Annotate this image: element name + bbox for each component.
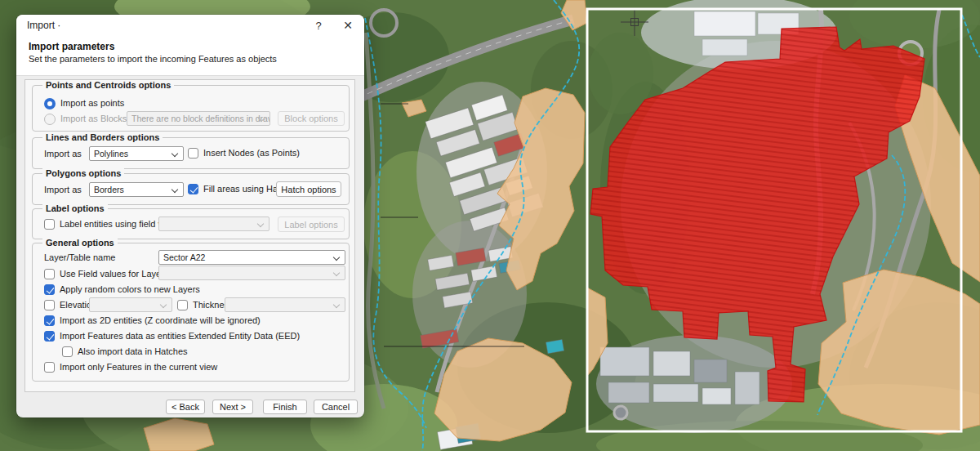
elevation-checkbox[interactable] (44, 300, 55, 310)
close-icon[interactable]: ✕ (336, 17, 359, 33)
next-button[interactable]: Next > (212, 400, 253, 414)
group-title: Polygons options (42, 168, 124, 178)
radio-import-as-points-label: Import as points (60, 96, 124, 110)
app-window: Import · ? ✕ Import parameters Set the p… (0, 0, 980, 451)
group-title: Points and Centroids options (42, 80, 174, 90)
blocks-combo: There are no block definitions in drawin… (127, 111, 270, 126)
block-options-button: Block options (278, 111, 345, 126)
label-field-combo (158, 217, 270, 231)
random-colors-label: Apply random colors to new Layers (60, 283, 200, 297)
header-title: Import parameters (29, 41, 114, 52)
group-general: General options Layer/Table name Sector … (32, 243, 350, 382)
header-divider (16, 75, 364, 76)
use-field-values-checkbox[interactable] (44, 269, 55, 279)
current-view-label: Import only Features in the current view (60, 360, 217, 374)
cancel-button[interactable]: Cancel (314, 400, 358, 414)
group-title: Lines and Borders options (42, 132, 163, 142)
insert-nodes-label: Insert Nodes (as Points) (203, 146, 300, 160)
group-label: Label options Label entities using field… (32, 208, 350, 239)
fill-hatches-checkbox[interactable] (188, 184, 198, 194)
lines-import-as-combo[interactable]: Polylines (89, 146, 184, 161)
finish-button[interactable]: Finish (263, 400, 307, 414)
layer-table-name-combo[interactable]: Sector A22 (158, 250, 345, 265)
radio-import-as-blocks-label: Import as Blocks (60, 112, 127, 126)
radio-import-as-points[interactable] (44, 98, 56, 109)
layer-table-name-value: Sector A22 (163, 252, 205, 262)
blocks-combo-value: There are no block definitions in drawin… (131, 114, 270, 123)
thickness-combo (225, 297, 345, 312)
label-options-button: Label options (278, 217, 345, 232)
current-view-checkbox[interactable] (44, 362, 55, 373)
dialog-title: Import · (27, 20, 60, 31)
elevation-combo (89, 297, 172, 312)
import-as-label: Import as (44, 183, 82, 197)
group-title: Label options (42, 203, 108, 213)
group-points-centroids: Points and Centroids options Import as p… (32, 85, 350, 132)
parameters-panel: Points and Centroids options Import as p… (24, 79, 355, 392)
eed-label: Import Features data as entities Extende… (60, 329, 300, 343)
also-hatches-checkbox[interactable] (62, 346, 73, 357)
help-icon[interactable]: ? (307, 17, 330, 33)
use-field-values-combo (158, 266, 345, 280)
polygons-import-as-value: Borders (94, 185, 124, 194)
dialog-header: Import parameters Set the parameters to … (16, 36, 364, 75)
use-field-values-label: Use Field values for Layer (60, 267, 164, 281)
group-polygons: Polygons options Import as Borders Fill … (32, 173, 350, 205)
group-title: General options (42, 238, 118, 248)
layer-table-name-label: Layer/Table name (44, 251, 115, 265)
lines-import-as-value: Polylines (94, 149, 128, 159)
import-as-label: Import as (44, 147, 82, 161)
dialog-titlebar[interactable]: Import · ? ✕ (16, 15, 364, 36)
header-subtitle: Set the parameters to import the incomin… (29, 54, 277, 64)
thickness-checkbox[interactable] (177, 300, 188, 310)
back-button[interactable]: < Back (166, 400, 205, 414)
hatch-options-button[interactable]: Hatch options (276, 181, 341, 197)
entities-2d-checkbox[interactable] (44, 315, 55, 326)
polygons-import-as-combo[interactable]: Borders (89, 182, 184, 197)
import-dialog: Import · ? ✕ Import parameters Set the p… (16, 15, 364, 418)
group-lines-borders: Lines and Borders options Import as Poly… (32, 137, 350, 169)
eed-checkbox[interactable] (44, 331, 55, 342)
label-entities-checkbox[interactable] (44, 219, 55, 230)
entities-2d-label: Import as 2D entities (Z coordinate will… (60, 314, 261, 328)
insert-nodes-checkbox[interactable] (188, 148, 198, 159)
radio-import-as-blocks (44, 114, 56, 125)
random-colors-checkbox[interactable] (44, 284, 55, 295)
also-hatches-label: Also import data in Hatches (78, 345, 188, 359)
